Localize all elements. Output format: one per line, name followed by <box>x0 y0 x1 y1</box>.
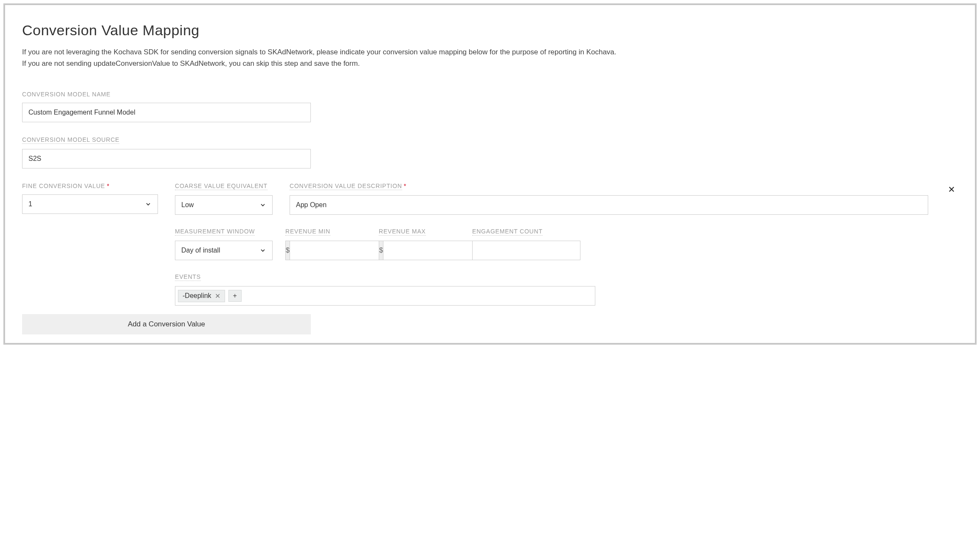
add-conversion-value-button[interactable]: Add a Conversion Value <box>22 314 311 334</box>
event-chip-label: -Deeplink <box>183 292 211 300</box>
chevron-down-icon <box>259 202 266 208</box>
revenue-max-label: REVENUE MAX <box>379 228 426 236</box>
page-title: Conversion Value Mapping <box>22 22 958 39</box>
description-group: CONVERSION VALUE DESCRIPTION* <box>290 182 928 215</box>
coarse-value-selected: Low <box>181 201 194 209</box>
events-group: EVENTS -Deeplink ✕ + <box>175 273 958 306</box>
intro-text: If you are not leveraging the Kochava SD… <box>22 46 617 69</box>
currency-prefix: $ <box>379 241 383 260</box>
fine-value-label: FINE CONVERSION VALUE <box>22 183 105 189</box>
engagement-count-label: ENGAGEMENT COUNT <box>472 228 543 236</box>
revenue-min-label: REVENUE MIN <box>285 228 330 236</box>
secondary-fields: MEASUREMENT WINDOW Day of install REVENU… <box>175 227 958 306</box>
conversion-mapping-panel: Conversion Value Mapping If you are not … <box>3 3 977 345</box>
coarse-value-select[interactable]: Low <box>175 195 273 215</box>
events-label: EVENTS <box>175 273 201 281</box>
measurement-window-group: MEASUREMENT WINDOW Day of install <box>175 227 273 260</box>
measurement-window-selected: Day of install <box>181 247 220 254</box>
revenue-min-input[interactable] <box>290 241 384 260</box>
model-name-input[interactable] <box>22 103 311 122</box>
revenue-min-group: REVENUE MIN $ <box>285 227 366 260</box>
required-marker: * <box>404 182 406 189</box>
fine-value-group: FINE CONVERSION VALUE* 1 <box>22 182 158 214</box>
remove-chip-icon[interactable]: ✕ <box>215 292 220 300</box>
coarse-value-label: COARSE VALUE EQUIVALENT <box>175 183 268 190</box>
description-label-wrapper: CONVERSION VALUE DESCRIPTION* <box>290 182 406 189</box>
engagement-count-group: ENGAGEMENT COUNT <box>472 227 580 260</box>
event-chip[interactable]: -Deeplink ✕ <box>178 290 225 302</box>
revenue-max-input[interactable] <box>383 241 477 260</box>
revenue-max-group: REVENUE MAX $ <box>379 227 459 260</box>
model-source-field-group: CONVERSION MODEL SOURCE <box>22 136 311 168</box>
chevron-down-icon <box>259 247 266 254</box>
model-name-field-group: CONVERSION MODEL NAME <box>22 90 311 122</box>
model-source-input[interactable] <box>22 149 311 168</box>
description-input[interactable] <box>290 195 928 215</box>
conversion-value-row: FINE CONVERSION VALUE* 1 COARSE VALUE EQ… <box>22 182 958 215</box>
model-source-label: CONVERSION MODEL SOURCE <box>22 136 119 144</box>
add-event-chip[interactable]: + <box>228 290 242 302</box>
model-name-label: CONVERSION MODEL NAME <box>22 91 110 98</box>
fine-value-label-wrapper: FINE CONVERSION VALUE* <box>22 182 109 189</box>
remove-row-button[interactable] <box>945 182 958 198</box>
engagement-count-input[interactable] <box>472 241 580 260</box>
fine-value-select[interactable]: 1 <box>22 194 158 214</box>
measurement-window-select[interactable]: Day of install <box>175 241 273 260</box>
fine-value-selected: 1 <box>28 200 32 208</box>
description-label: CONVERSION VALUE DESCRIPTION <box>290 183 402 190</box>
close-icon <box>948 185 955 193</box>
measurement-window-label: MEASUREMENT WINDOW <box>175 228 255 236</box>
events-input[interactable]: -Deeplink ✕ + <box>175 286 595 306</box>
coarse-value-group: COARSE VALUE EQUIVALENT Low <box>175 182 273 215</box>
currency-prefix: $ <box>285 241 290 260</box>
required-marker: * <box>107 182 109 189</box>
remove-row-group <box>945 182 958 202</box>
chevron-down-icon <box>145 201 152 208</box>
